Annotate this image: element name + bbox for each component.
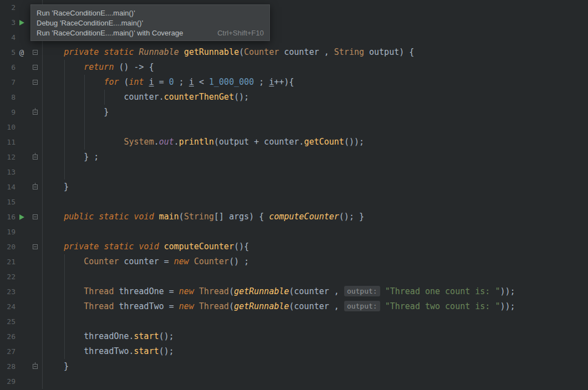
breakpoint-gutter[interactable] [16,299,28,314]
fold-cell [28,194,43,209]
token: void [139,242,159,252]
line-number: 5 [0,45,16,60]
breakpoint-gutter[interactable] [16,194,28,209]
breakpoint-gutter[interactable] [16,374,28,389]
code-line[interactable]: 15 [0,194,588,209]
breakpoint-gutter[interactable] [16,239,28,254]
breakpoint-gutter[interactable] [16,359,28,374]
token: new [174,256,189,266]
code-line[interactable]: 28 } [0,359,588,374]
code-text: for (int i = 0 ; i < 1_000_000 ; i++){ [43,75,588,90]
fold-start-icon[interactable] [33,214,38,219]
code-line[interactable]: 19 [0,224,588,239]
code-line[interactable]: 7 for (int i = 0 ; i < 1_000_000 ; i++){ [0,75,588,90]
code-line[interactable]: 22 [0,269,588,284]
code-line[interactable]: 24 Thread threadTwo = new Thread(getRunn… [0,299,588,314]
token: ; [174,77,189,87]
code-line[interactable]: 12 } ; [0,150,588,165]
breakpoint-gutter[interactable] [16,224,28,239]
code-line[interactable]: 8 counter.counterThenGet(); [0,90,588,105]
token [134,242,139,252]
code-line[interactable]: 21 Counter counter = new Counter() ; [0,254,588,269]
token: } [44,182,69,192]
code-line[interactable]: 11 System.out.println(output + counter.g… [0,135,588,150]
menu-item-run-coverage[interactable]: Run 'RaceConditionE....main()' with Cove… [31,28,269,38]
code-text: counter.counterThenGet(); [43,90,588,105]
fold-end-icon[interactable] [33,155,38,160]
code-line[interactable]: 13 [0,165,588,179]
breakpoint-gutter[interactable] [16,165,28,179]
line-number: 11 [0,135,16,150]
fold-cell [28,254,43,269]
fold-start-icon[interactable] [33,65,38,70]
breakpoint-gutter[interactable] [16,135,28,150]
fold-cell [28,90,43,105]
token: Counter [244,47,279,57]
fold-cell [28,150,43,165]
token: () -> { [114,62,154,72]
breakpoint-gutter[interactable] [16,150,28,165]
fold-end-icon[interactable] [33,110,38,115]
breakpoint-gutter[interactable] [16,314,28,329]
line-number: 29 [0,374,16,389]
code-editor[interactable]: 2345@ private static Runnable getRunnabl… [0,0,588,390]
token: ( [229,286,234,296]
breakpoint-gutter[interactable] [16,329,28,344]
breakpoint-gutter[interactable] [16,254,28,269]
code-line[interactable]: 29 [0,374,588,389]
breakpoint-gutter[interactable] [16,75,28,90]
run-icon[interactable] [19,214,24,220]
token [44,301,84,311]
token: threadTwo. [44,346,134,356]
breakpoint-gutter[interactable] [16,90,28,105]
code-line[interactable]: 10 [0,120,588,135]
token: computeCounter [164,242,234,252]
breakpoint-gutter[interactable] [16,120,28,135]
code-line[interactable]: 27 threadTwo.start(); [0,344,588,359]
token [44,212,64,222]
parameter-hint: output: [344,286,380,296]
breakpoint-gutter[interactable] [16,30,28,45]
breakpoint-gutter[interactable] [16,269,28,284]
breakpoint-gutter[interactable] [16,0,28,15]
breakpoint-gutter[interactable]: @ [16,45,28,60]
run-icon[interactable] [19,20,24,25]
fold-start-icon[interactable] [33,50,38,55]
token [189,256,194,266]
code-line[interactable]: 6 return () -> { [0,60,588,75]
breakpoint-gutter[interactable] [16,344,28,359]
token: )); [500,286,515,296]
code-line[interactable]: 20 private static void computeCounter(){ [0,239,588,254]
fold-end-icon[interactable] [33,364,38,369]
token: "Thread two count is: " [385,301,500,311]
fold-cell [28,359,43,374]
token: = [154,77,169,87]
breakpoint-gutter[interactable] [16,284,28,299]
token: } [44,361,69,371]
code-line[interactable]: 9 } [0,105,588,120]
token: return [84,62,114,72]
line-number: 20 [0,239,16,254]
fold-start-icon[interactable] [33,244,38,249]
token [194,286,199,296]
breakpoint-gutter[interactable] [16,179,28,194]
code-line[interactable]: 14 } [0,179,588,194]
token: start [134,346,159,356]
code-line[interactable]: 23 Thread threadOne = new Thread(getRunn… [0,284,588,299]
breakpoint-gutter[interactable] [16,60,28,75]
token: threadOne. [44,331,134,341]
token: (); [159,331,174,341]
code-line[interactable]: 5@ private static Runnable getRunnable(C… [0,45,588,60]
breakpoint-gutter[interactable] [16,209,28,224]
breakpoint-gutter[interactable] [16,105,28,120]
fold-end-icon[interactable] [33,184,38,189]
code-line[interactable]: 25 [0,314,588,329]
token: 0 [169,77,174,87]
code-line[interactable]: 26 threadOne.start(); [0,329,588,344]
menu-item-debug[interactable]: Debug 'RaceConditionE....main()' [31,18,269,28]
fold-start-icon[interactable] [33,80,38,85]
breakpoint-gutter[interactable] [16,15,28,30]
menu-item-run[interactable]: Run 'RaceConditionE....main()' [31,8,269,18]
code-line[interactable]: 16 public static void main(String[] args… [0,209,588,224]
token: ()); [344,137,364,147]
